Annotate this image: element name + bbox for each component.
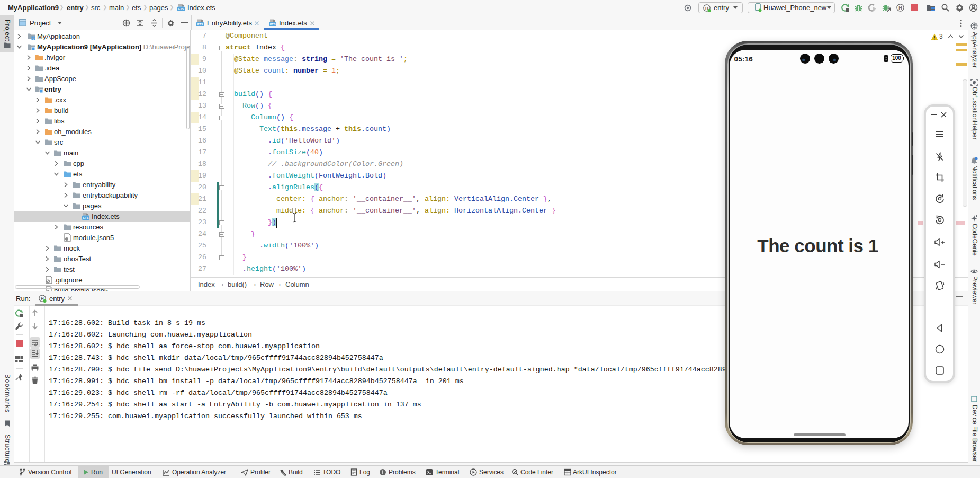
svg-text:H: H (898, 5, 902, 11)
svg-text:ETS: ETS (178, 7, 184, 11)
svg-text:ETS: ETS (197, 23, 203, 26)
svg-text:ETS: ETS (270, 23, 276, 26)
